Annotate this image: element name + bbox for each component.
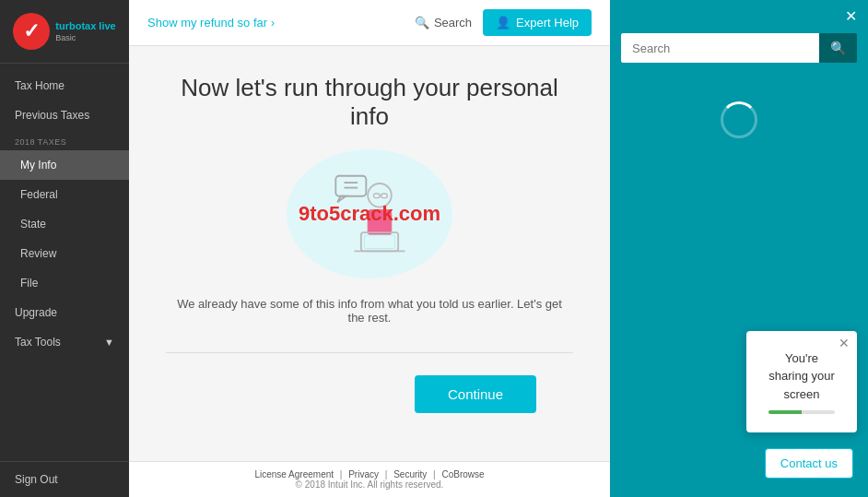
right-panel-header: ✕ — [610, 0, 868, 33]
contact-us-button[interactable]: Contact us — [765, 448, 853, 479]
sharing-progress-bar — [768, 410, 835, 414]
sidebar-nav: Tax Home Previous Taxes 2018 TAXES My In… — [0, 64, 129, 461]
right-panel-close-button[interactable]: ✕ — [845, 9, 857, 24]
sidebar-item-state[interactable]: State — [0, 209, 129, 239]
sidebar-item-upgrade[interactable]: Upgrade — [0, 298, 129, 327]
sidebar-item-previous-taxes[interactable]: Previous Taxes — [0, 101, 129, 130]
footer-security[interactable]: Security — [393, 469, 427, 479]
sidebar-item-my-info[interactable]: My Info — [0, 150, 129, 180]
header-right: 🔍 Search 👤 Expert Help — [415, 9, 592, 36]
main-area: Show my refund so far › 🔍 Search 👤 Exper… — [129, 0, 610, 497]
svg-rect-8 — [368, 209, 392, 234]
expert-help-label: Expert Help — [516, 16, 579, 30]
refund-link-text: Show my refund so far — [147, 16, 267, 30]
sidebar-logo: ✓ turbotax live Basic — [0, 0, 129, 64]
turbotax-brand: turbotax live Basic — [55, 20, 115, 41]
svg-marker-3 — [337, 196, 346, 202]
sidebar: ✓ turbotax live Basic Tax Home Previous … — [0, 0, 129, 497]
search-bar-panel: 🔍 — [610, 33, 868, 74]
popup-close-button[interactable]: ✕ — [839, 337, 850, 349]
sidebar-item-tax-home[interactable]: Tax Home — [0, 71, 129, 101]
sign-out-button[interactable]: Sign Out — [15, 473, 114, 486]
svg-rect-6 — [381, 194, 387, 198]
footer-privacy[interactable]: Privacy — [348, 469, 379, 479]
person-illustration — [319, 163, 420, 265]
sidebar-item-review[interactable]: Review — [0, 239, 129, 268]
sidebar-item-tax-tools[interactable]: Tax Tools ▼ — [0, 327, 129, 357]
refund-link[interactable]: Show my refund so far › — [147, 16, 275, 30]
checkmark-icon: ✓ — [23, 19, 40, 43]
panel-search-button[interactable]: 🔍 — [819, 33, 857, 63]
sidebar-bottom: Sign Out — [0, 461, 129, 497]
sharing-progress-fill — [768, 410, 802, 414]
footer-license[interactable]: License Agreement — [254, 469, 334, 479]
nav-section-2018: 2018 TAXES — [0, 130, 129, 150]
svg-rect-10 — [365, 235, 395, 249]
tax-tools-label: Tax Tools — [15, 336, 61, 349]
divider — [166, 352, 573, 353]
footer-cobrowse[interactable]: CoBrowse — [441, 469, 484, 479]
footer-links: License Agreement | Privacy | Security |… — [251, 469, 487, 479]
continue-button[interactable]: Continue — [415, 375, 536, 413]
sharing-text: You're sharing your screen — [768, 349, 835, 404]
panel-search-icon: 🔍 — [830, 41, 846, 55]
search-icon: 🔍 — [415, 16, 429, 30]
sidebar-item-file[interactable]: File — [0, 268, 129, 298]
brand-sub: Basic — [55, 33, 115, 42]
loading-spinner — [610, 74, 868, 166]
chevron-down-icon: ▼ — [104, 337, 114, 348]
subtitle-text: We already have some of this info from w… — [176, 297, 563, 325]
sharing-popup: ✕ You're sharing your screen — [746, 331, 857, 433]
svg-rect-0 — [335, 176, 366, 196]
right-panel: ✕ 🔍 ✕ You're sharing your screen Contact… — [610, 0, 868, 497]
svg-rect-5 — [374, 194, 380, 198]
page-title: Now let's run through your personal info — [166, 74, 573, 131]
search-label: Search — [434, 16, 472, 30]
sidebar-item-federal[interactable]: Federal — [0, 180, 129, 209]
illustration: 9to5crack.com — [287, 149, 452, 278]
header-bar: Show my refund so far › 🔍 Search 👤 Exper… — [129, 0, 610, 46]
spinner-icon — [721, 101, 757, 138]
brand-name: turbotax live — [55, 20, 115, 32]
chevron-right-icon: › — [271, 17, 275, 30]
person-icon: 👤 — [496, 16, 510, 30]
footer-copyright: © 2018 Intuit Inc. All rights reserved. — [296, 479, 444, 490]
logo-circle: ✓ — [13, 13, 50, 50]
expert-help-button[interactable]: 👤 Expert Help — [483, 9, 592, 36]
panel-search-input[interactable] — [621, 33, 819, 63]
footer: License Agreement | Privacy | Security |… — [129, 461, 610, 497]
content-body: Now let's run through your personal info — [129, 46, 610, 461]
search-button[interactable]: 🔍 Search — [415, 16, 472, 30]
